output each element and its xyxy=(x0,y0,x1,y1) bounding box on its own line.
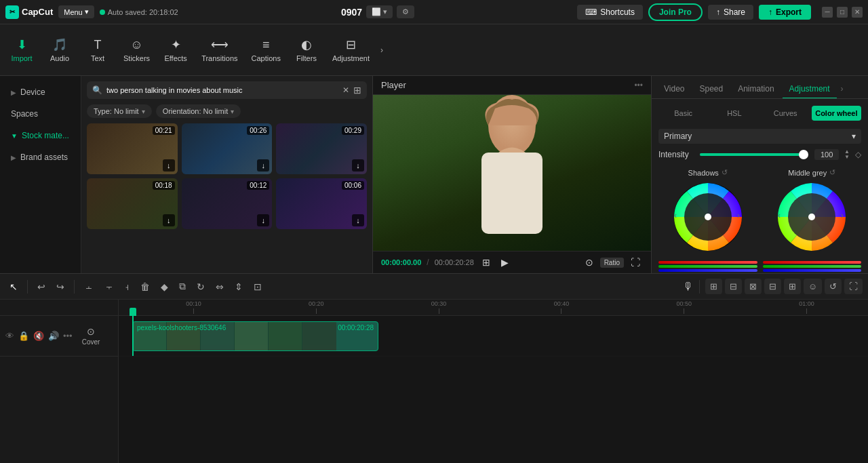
player-more-icon[interactable]: ••• xyxy=(634,81,643,90)
intensity-reset-icon[interactable]: ◇ xyxy=(855,150,861,159)
media-thumb-1[interactable]: 00:21 ↓ xyxy=(87,123,178,174)
sidebar-item-stock[interactable]: ▼ Stock mate... xyxy=(3,125,78,146)
grid-view-button[interactable]: ⊞ xyxy=(479,256,493,269)
shortcuts-button[interactable]: ⌨ Shortcuts xyxy=(577,5,643,20)
timeline-zoom-in-button[interactable]: ⊞ xyxy=(784,279,801,294)
intensity-slider[interactable] xyxy=(700,153,804,156)
timeline-track-height-button[interactable]: ⊟ xyxy=(764,279,781,294)
import-tool[interactable]: ⬇ Import xyxy=(3,33,41,66)
track-visibility-icon[interactable]: 👁 xyxy=(5,331,14,341)
crop-button[interactable]: ⊡ xyxy=(250,279,266,295)
playhead[interactable] xyxy=(132,316,134,356)
thumb-2-download-icon[interactable]: ↓ xyxy=(257,159,269,172)
thumb-5-download-icon[interactable]: ↓ xyxy=(257,214,269,226)
loop-button[interactable]: ↻ xyxy=(193,279,209,295)
text-tool[interactable]: T Text xyxy=(79,34,117,66)
player-settings-icon[interactable]: ⊙ xyxy=(583,256,596,269)
intensity-decrement-button[interactable]: ▼ xyxy=(844,155,850,160)
filters-tool[interactable]: ◐ Filters xyxy=(288,33,326,66)
sub-tab-hsl[interactable]: HSL xyxy=(709,106,759,121)
adjustment-tool[interactable]: ⊟ Adjustment xyxy=(326,33,376,66)
shadows-blue-bar[interactable] xyxy=(658,269,757,272)
type-filter-button[interactable]: Type: No limit ▾ xyxy=(87,104,152,118)
flip-v-button[interactable]: ⇕ xyxy=(231,279,247,295)
search-clear-button[interactable]: ✕ xyxy=(342,85,349,95)
effects-tool[interactable]: ✦ Effects xyxy=(157,33,195,66)
track-volume-icon[interactable]: 🔊 xyxy=(48,331,59,341)
split-left-button[interactable]: ⫟ xyxy=(100,279,118,295)
search-input[interactable] xyxy=(106,86,338,94)
media-thumb-5[interactable]: 00:12 ↓ xyxy=(182,178,273,229)
timeline-split-track-button[interactable]: ⊞ xyxy=(705,279,722,294)
shadows-green-bar[interactable] xyxy=(658,265,757,268)
menu-button[interactable]: Menu ▾ xyxy=(58,5,94,18)
duplicate-button[interactable]: ⧉ xyxy=(175,278,190,295)
transitions-tool[interactable]: ⟷ Transitions xyxy=(195,33,244,66)
middle-grey-blue-bar[interactable] xyxy=(763,269,862,272)
right-tabs-more-icon[interactable]: › xyxy=(838,80,846,98)
media-thumb-4[interactable]: 00:18 ↓ xyxy=(87,178,178,229)
select-tool-button[interactable]: ↖ xyxy=(5,279,22,295)
track-lock-icon[interactable]: 🔒 xyxy=(18,331,29,341)
middle-grey-red-bar[interactable] xyxy=(763,261,862,264)
shadows-reset-icon[interactable]: ↺ xyxy=(722,168,728,177)
sub-tab-basic[interactable]: Basic xyxy=(658,106,708,121)
middle-grey-wheel[interactable]: ‹ › xyxy=(774,180,849,254)
shadows-wheel[interactable]: ‹ › xyxy=(671,180,745,254)
cover-button[interactable]: ⊙ Cover xyxy=(77,323,106,348)
share-button[interactable]: ↑ Share xyxy=(708,5,753,20)
keyframe-button[interactable]: ◆ xyxy=(157,279,172,295)
delete-button[interactable]: 🗑 xyxy=(136,279,154,295)
tab-speed[interactable]: Speed xyxy=(692,80,730,99)
tab-video[interactable]: Video xyxy=(657,80,691,99)
microphone-icon[interactable]: 🎙 xyxy=(683,281,694,293)
minimize-button[interactable]: ─ xyxy=(822,7,833,18)
sub-tab-curves[interactable]: Curves xyxy=(761,106,810,121)
captions-tool[interactable]: ≡ Captions xyxy=(245,34,288,66)
stickers-tool[interactable]: ☺ Stickers xyxy=(117,34,157,66)
flip-h-button[interactable]: ⇔ xyxy=(212,279,228,295)
primary-select[interactable]: Primary ▾ xyxy=(658,129,861,144)
orientation-filter-button[interactable]: Orientation: No limit ▾ xyxy=(156,104,241,118)
sidebar-item-spaces[interactable]: Spaces xyxy=(3,104,78,124)
split-right-button[interactable]: ⫞ xyxy=(121,279,134,295)
timeline-expand-button[interactable]: ⛶ xyxy=(844,279,863,294)
playhead-handle[interactable] xyxy=(130,308,136,316)
join-pro-button[interactable]: Join Pro xyxy=(648,3,703,21)
tab-animation[interactable]: Animation xyxy=(731,80,781,99)
settings-button[interactable]: ⚙ xyxy=(397,5,414,18)
ratio-button[interactable]: ⬜ ▾ xyxy=(366,5,393,18)
play-button[interactable]: ▶ xyxy=(498,256,511,269)
filter-icon[interactable]: ⊞ xyxy=(353,85,361,96)
ratio-tag[interactable]: Ratio xyxy=(600,258,624,268)
timeline-sticker-button[interactable]: ☺ xyxy=(804,279,822,294)
sidebar-item-brand[interactable]: ▶ Brand assets xyxy=(3,147,78,167)
video-clip[interactable]: pexels-koolshooters-8530646 00:00:20:28 xyxy=(132,321,378,351)
middle-grey-green-bar[interactable] xyxy=(763,265,862,268)
track-hide-icon[interactable]: 🔇 xyxy=(33,331,44,341)
close-button[interactable]: ✕ xyxy=(852,7,863,18)
media-thumb-6[interactable]: 00:06 ↓ xyxy=(276,178,367,229)
split-button[interactable]: ⫠ xyxy=(80,279,98,295)
shadows-red-bar[interactable] xyxy=(658,261,757,264)
audio-tool[interactable]: 🎵 Audio xyxy=(41,33,79,66)
intensity-thumb[interactable] xyxy=(799,150,808,159)
track-more-icon[interactable]: ••• xyxy=(63,331,73,341)
media-thumb-2[interactable]: 00:26 ↓ xyxy=(182,123,273,174)
timeline-lock-button[interactable]: ⊠ xyxy=(745,279,762,294)
thumb-4-download-icon[interactable]: ↓ xyxy=(163,214,175,226)
export-button[interactable]: ↑ Export xyxy=(759,5,811,20)
undo-button[interactable]: ↩ xyxy=(33,279,50,295)
timeline-merge-button[interactable]: ⊟ xyxy=(725,279,742,294)
thumb-1-download-icon[interactable]: ↓ xyxy=(163,159,175,172)
tab-adjustment[interactable]: Adjustment xyxy=(783,80,837,99)
middle-grey-reset-icon[interactable]: ↺ xyxy=(829,168,835,177)
thumb-3-download-icon[interactable]: ↓ xyxy=(352,159,364,172)
maximize-button[interactable]: □ xyxy=(837,7,848,18)
sub-tab-color-wheel[interactable]: Color wheel xyxy=(812,106,861,121)
fullscreen-button[interactable]: ⛶ xyxy=(628,256,643,269)
redo-button[interactable]: ↪ xyxy=(52,279,68,295)
toolbar-more-button[interactable]: › xyxy=(376,41,387,59)
sidebar-item-device[interactable]: ▶ Device xyxy=(3,82,78,102)
timeline-replace-button[interactable]: ↺ xyxy=(825,279,842,294)
